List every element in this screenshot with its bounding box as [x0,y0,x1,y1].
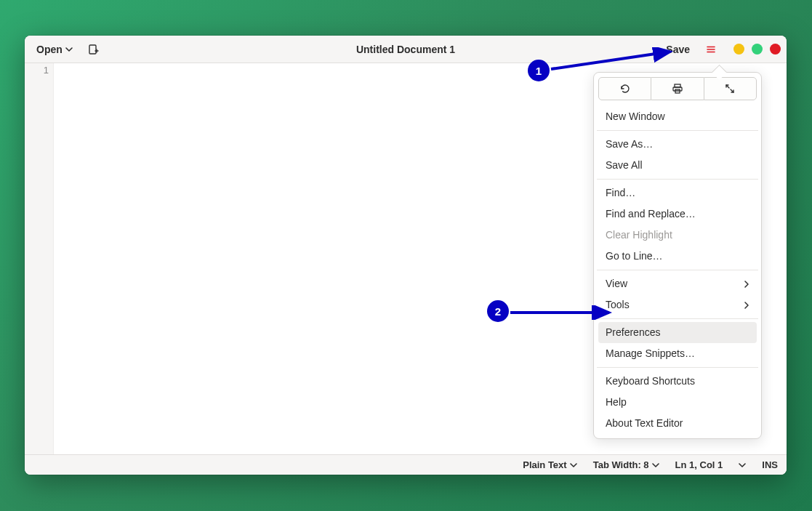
fullscreen-button[interactable] [704,77,757,100]
language-selector[interactable]: Plain Text [523,459,576,470]
menu-save-as[interactable]: Save As… [598,134,757,155]
menu-new-window[interactable]: New Window [598,106,757,127]
language-label: Plain Text [523,459,566,470]
chevron-down-icon [652,462,659,469]
chevron-right-icon [744,281,749,288]
main-menu-popover: New Window Save As… Save All Find… Find … [593,72,762,439]
menu-tools[interactable]: Tools [598,294,757,315]
titlebar-right: Save [660,41,781,58]
maximize-button[interactable] [752,44,763,55]
save-label: Save [666,44,690,55]
open-label: Open [36,44,63,55]
fullscreen-icon [724,83,736,94]
window-controls [733,44,781,55]
annotation-step-1: 1 [528,60,550,81]
menu-separator [597,130,758,131]
insert-mode[interactable]: INS [762,459,778,470]
tab-width-selector[interactable]: Tab Width: 8 [593,459,659,470]
menu-preferences[interactable]: Preferences [598,322,757,343]
text-editor-window: Open Untitled Document 1 Save [25,36,787,475]
annotation-step-2: 2 [487,300,509,322]
reload-button[interactable] [598,77,651,100]
minimize-button[interactable] [733,44,744,55]
hamburger-icon [706,44,716,55]
svg-rect-0 [89,45,96,54]
open-button[interactable]: Open [31,41,79,58]
position-label: Ln 1, Col 1 [675,459,723,470]
line-number: 1 [25,65,49,76]
new-tab-button[interactable] [81,41,105,58]
tab-width-label: Tab Width: 8 [593,459,649,470]
hamburger-menu-button[interactable] [700,41,722,57]
reload-icon [619,83,631,94]
print-icon [672,83,683,94]
menu-manage-snippets[interactable]: Manage Snippets… [598,343,757,364]
menu-find[interactable]: Find… [598,182,757,204]
menu-keyboard-shortcuts[interactable]: Keyboard Shortcuts [598,371,757,392]
insert-mode-label: INS [762,459,778,470]
menu-view[interactable]: View [598,273,757,294]
menu-separator [597,367,758,368]
chevron-down-icon[interactable] [739,462,746,469]
menu-separator [597,270,758,270]
menu-save-all[interactable]: Save All [598,155,757,176]
new-document-icon [87,44,99,55]
cursor-position[interactable]: Ln 1, Col 1 [675,459,723,470]
menu-help[interactable]: Help [598,392,757,413]
menu-separator [597,318,758,319]
close-button[interactable] [770,44,781,55]
titlebar: Open Untitled Document 1 Save [25,36,787,63]
chevron-down-icon [570,462,577,469]
menu-about[interactable]: About Text Editor [598,413,757,434]
menu-icon-row [598,77,757,100]
menu-goto-line[interactable]: Go to Line… [598,246,757,267]
menu-clear-highlight: Clear Highlight [598,225,757,246]
chevron-down-icon [65,46,73,53]
chevron-right-icon [744,302,749,309]
save-button[interactable]: Save [660,41,696,58]
titlebar-left: Open [31,41,105,58]
print-button[interactable] [651,77,703,100]
menu-find-replace[interactable]: Find and Replace… [598,204,757,225]
menu-separator [597,179,758,180]
statusbar: Plain Text Tab Width: 8 Ln 1, Col 1 INS [25,454,787,475]
line-number-gutter: 1 [25,63,54,454]
